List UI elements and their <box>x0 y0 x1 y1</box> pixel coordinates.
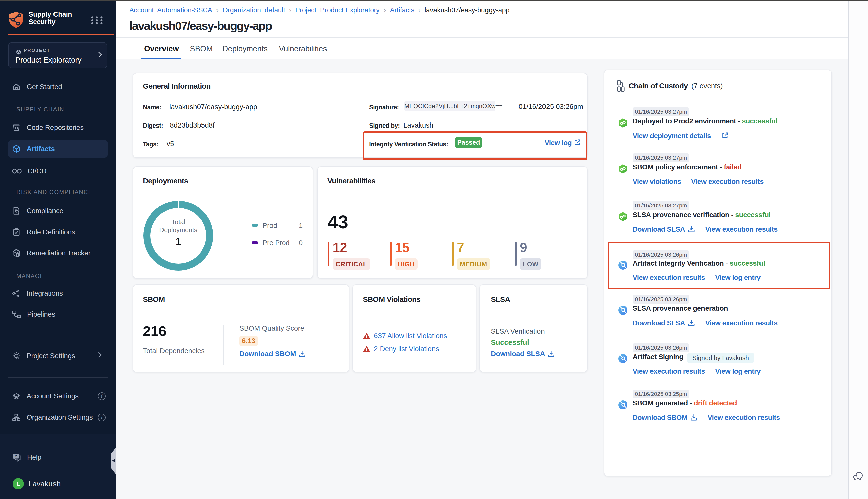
svg-text:?: ? <box>14 454 17 458</box>
